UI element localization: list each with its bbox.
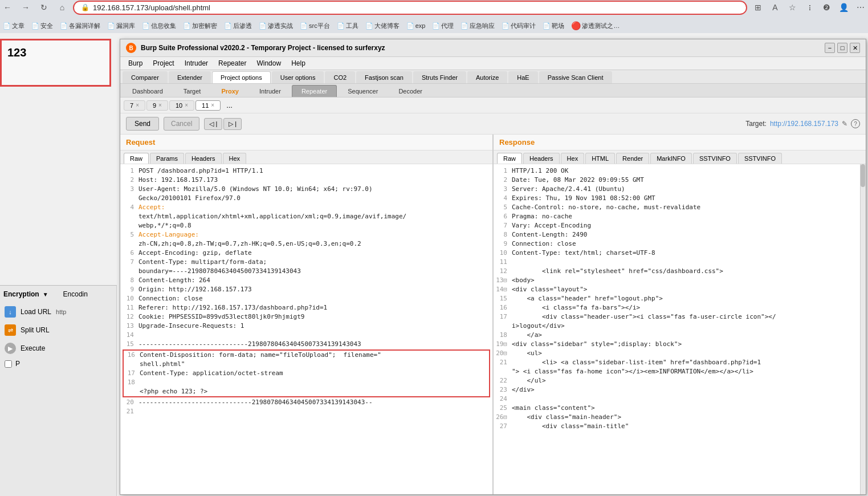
menu-project[interactable]: Project — [148, 58, 178, 68]
resp-line-7: 7 Vary: Accept-Encoding — [496, 221, 863, 230]
tab-proxy[interactable]: Proxy — [211, 85, 248, 97]
tab-repeater[interactable]: Repeater — [292, 85, 337, 97]
response-tab-sstvinfo2[interactable]: SSTVINFO — [738, 153, 782, 164]
translate-button[interactable]: A — [768, 0, 783, 15]
scrollbar-thumb[interactable] — [861, 164, 865, 187]
tab-dashboard[interactable]: Dashboard — [123, 85, 173, 97]
cancel-button[interactable]: Cancel — [164, 117, 199, 131]
scrollbar[interactable] — [860, 164, 866, 494]
profile-button[interactable]: 👤 — [836, 0, 851, 15]
home-button[interactable]: ⌂ — [55, 0, 70, 15]
bookmark-info[interactable]: 📄 信息收集 — [139, 21, 179, 31]
request-tab-hex[interactable]: Hex — [223, 153, 247, 164]
settings-button[interactable]: ⋯ — [853, 0, 868, 15]
bookmark-postpwn[interactable]: 📄 后渗透 — [221, 21, 255, 31]
req-line-12: 12 Cookie: PHPSESSID=899vd53lect80ljk0r9… — [123, 312, 490, 322]
maximize-button[interactable]: □ — [837, 43, 847, 53]
resp-line-2: 2 Date: Tue, 08 Mar 2022 09:09:55 GMT — [496, 176, 863, 185]
bookmark-proxy[interactable]: 📄 代理 — [429, 21, 457, 31]
tab-target[interactable]: Target — [174, 85, 211, 97]
tab-passive[interactable]: Passive Scan Client — [539, 71, 612, 83]
p-checkbox[interactable] — [5, 360, 12, 368]
response-tab-markinfo[interactable]: MarkINFO — [650, 153, 692, 164]
tab-comparer[interactable]: Comparer — [123, 71, 168, 83]
menu-help[interactable]: Help — [287, 58, 310, 68]
help-button[interactable]: ❷ — [819, 0, 834, 15]
menu-burp[interactable]: Burp — [124, 58, 147, 68]
bookmark-crypto[interactable]: 📄 加密解密 — [180, 21, 220, 31]
execute-row[interactable]: ▶ Execute — [0, 339, 116, 357]
bookmark-src[interactable]: 📄 src平台 — [297, 21, 333, 31]
response-code-area[interactable]: 1 HTTP/1.1 200 OK 2 Date: Tue, 08 Mar 20… — [494, 164, 866, 494]
help-icon[interactable]: ? — [851, 119, 860, 128]
tab-user-options[interactable]: User options — [272, 71, 324, 83]
bookmark-anquan[interactable]: 📄 安全 — [28, 21, 56, 31]
tab-intruder[interactable]: Intruder — [250, 85, 291, 97]
menu-intruder[interactable]: Intruder — [180, 58, 213, 68]
bookmark-wenzhang[interactable]: 📄 文章 — [0, 21, 27, 31]
tab-struts[interactable]: Struts Finder — [413, 71, 466, 83]
tab-fastjson[interactable]: Fastjson scan — [356, 71, 412, 83]
tab-co2[interactable]: CO2 — [325, 71, 355, 83]
split-url-row[interactable]: ⇌ Split URL — [0, 321, 116, 339]
edit-target-icon[interactable]: ✎ — [842, 120, 847, 128]
response-tab-html[interactable]: HTML — [585, 153, 615, 164]
extensions-button[interactable]: ⊞ — [751, 0, 765, 15]
forward-button[interactable]: → — [18, 0, 33, 15]
request-code-area[interactable]: 1 POST /dashboard.php?id=1 HTTP/1.1 2 Ho… — [120, 164, 492, 494]
response-tab-sstvinfo1[interactable]: SSTVINFO — [693, 153, 737, 164]
response-tab-hex[interactable]: Hex — [561, 153, 585, 164]
menu-window[interactable]: Window — [252, 58, 286, 68]
tab-sequencer[interactable]: Sequencer — [338, 85, 388, 97]
repeater-tab-11[interactable]: 11 × — [195, 100, 221, 111]
request-tab-headers[interactable]: Headers — [185, 153, 222, 164]
repeater-tab-9[interactable]: 9 × — [146, 100, 168, 111]
encryption-section[interactable]: Encryption ▼ Encodin — [0, 286, 116, 303]
bookmark-button[interactable]: ☆ — [785, 0, 800, 15]
bookmark-range[interactable]: 📄 靶场 — [540, 21, 567, 31]
bookmark-emergency[interactable]: 📄 应急响应 — [458, 21, 498, 31]
back-button[interactable]: ← — [0, 0, 15, 15]
target-url: http://192.168.157.173 — [770, 120, 838, 128]
resp-line-3: 3 Server: Apache/2.4.41 (Ubuntu) — [496, 185, 863, 194]
tab-hae[interactable]: HaE — [508, 71, 537, 83]
close-button[interactable]: ✕ — [850, 43, 860, 53]
bookmark-vulndb[interactable]: 📄 漏洞库 — [104, 21, 138, 31]
response-tab-render[interactable]: Render — [616, 153, 649, 164]
bookmark-exp[interactable]: 📄 exp — [404, 21, 429, 31]
request-tab-params[interactable]: Params — [150, 153, 184, 164]
prev-request-button[interactable]: ◁ | — [204, 118, 222, 130]
bookmark-tools[interactable]: 📄 工具 — [334, 21, 361, 31]
resp-line-20: 20⊟ <ul> — [496, 349, 863, 358]
bookmark-codeaudit[interactable]: 📄 代码审计 — [499, 21, 539, 31]
collections-button[interactable]: ⫶ — [802, 0, 817, 15]
tab-close-7[interactable]: × — [136, 102, 139, 108]
bookmark-pentest2[interactable]: 🔴 渗透测试之… — [568, 20, 622, 31]
send-button[interactable]: Send — [126, 117, 159, 131]
response-tab-headers[interactable]: Headers — [523, 153, 560, 164]
bookmark-icon: 📄 — [107, 22, 115, 30]
tab-decoder[interactable]: Decoder — [389, 85, 432, 97]
address-bar[interactable]: 🔒 192.168.157.173/upload/shell.phtml — [73, 1, 747, 15]
tab-close-11[interactable]: × — [211, 102, 214, 108]
tab-close-9[interactable]: × — [158, 102, 162, 108]
tab-autorize[interactable]: Autorize — [467, 71, 507, 83]
menu-repeater[interactable]: Repeater — [214, 58, 251, 68]
tab-project-options[interactable]: Project options — [212, 71, 271, 83]
refresh-button[interactable]: ↻ — [36, 0, 51, 15]
resp-line-4: 4 Expires: Thu, 19 Nov 1981 08:52:00 GMT — [496, 194, 863, 203]
response-tab-raw[interactable]: Raw — [497, 153, 522, 164]
tab-close-10[interactable]: × — [185, 102, 188, 108]
request-tab-raw[interactable]: Raw — [124, 153, 149, 164]
next-request-button[interactable]: ▷ | — [223, 118, 242, 130]
more-tabs-button[interactable]: ... — [222, 100, 237, 111]
tab-extender[interactable]: Extender — [169, 71, 211, 83]
bookmark-vulns[interactable]: 📄 各漏洞详解 — [57, 21, 103, 31]
load-url-row[interactable]: ↓ Load URL http — [0, 303, 116, 321]
minimize-button[interactable]: − — [825, 43, 835, 53]
checkbox-row[interactable]: P — [0, 357, 116, 370]
repeater-tab-7[interactable]: 7 × — [124, 100, 145, 111]
bookmark-dalao[interactable]: 📄 大佬博客 — [362, 21, 402, 31]
repeater-tab-10[interactable]: 10 × — [169, 100, 194, 111]
bookmark-pentest[interactable]: 📄 渗透实战 — [256, 21, 296, 31]
